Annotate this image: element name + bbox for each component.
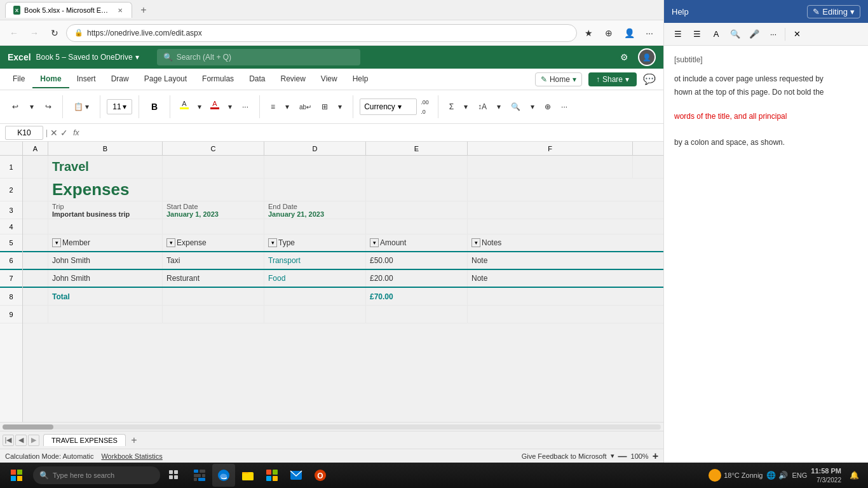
taskbar-widgets-button[interactable]: [188, 464, 211, 487]
excel-settings-button[interactable]: ⚙: [615, 48, 633, 66]
feedback-text[interactable]: Give Feedback to Microsoft: [522, 452, 607, 460]
cell-e9[interactable]: [366, 306, 468, 323]
cell-b9[interactable]: [48, 306, 163, 323]
align-chevron[interactable]: ▾: [281, 98, 294, 116]
formula-cancel-button[interactable]: ✕: [50, 128, 58, 138]
address-bar[interactable]: 🔒 https://onedrive.live.com/edit.aspx: [66, 24, 577, 42]
sum-button[interactable]: Σ: [445, 98, 458, 116]
add-sheet-button[interactable]: +: [127, 433, 141, 447]
fill-color-chevron[interactable]: ▾: [193, 98, 206, 116]
row-num-4[interactable]: 4: [0, 219, 22, 234]
tab-help[interactable]: Help: [345, 71, 376, 88]
cell-f5-notes[interactable]: ▾ Notes: [468, 234, 633, 251]
cell-e5-amount[interactable]: ▾ Amount: [366, 234, 468, 251]
sheet-first-button[interactable]: |◀: [3, 435, 14, 446]
tab-draw[interactable]: Draw: [104, 71, 137, 88]
cell-f8[interactable]: [468, 288, 633, 305]
language-indicator[interactable]: ENG: [792, 471, 807, 479]
share-button[interactable]: ↑ Share ▾: [588, 72, 637, 86]
col-header-f[interactable]: F: [468, 142, 633, 155]
tab-page-layout[interactable]: Page Layout: [137, 71, 194, 88]
col-header-d[interactable]: D: [264, 142, 366, 155]
notes-filter-icon[interactable]: ▾: [471, 238, 480, 247]
task-view-button[interactable]: [163, 464, 186, 487]
col-header-a[interactable]: A: [23, 142, 48, 155]
cell-f3[interactable]: [468, 201, 633, 219]
workbook-stats[interactable]: Workbook Statistics: [101, 452, 162, 460]
favorites-button[interactable]: ★: [580, 24, 597, 42]
tab-view[interactable]: View: [313, 71, 345, 88]
fill-color-button[interactable]: A: [177, 98, 192, 116]
zoom-plus-button[interactable]: +: [653, 451, 658, 462]
row-num-2[interactable]: 2: [0, 179, 22, 201]
cell-d2[interactable]: [264, 179, 366, 201]
taskbar-store-button[interactable]: [261, 464, 283, 487]
side-toolbar-search-button[interactable]: 🔍: [726, 26, 744, 43]
cell-f7[interactable]: Note: [468, 270, 633, 287]
horizontal-scrollbar[interactable]: [0, 422, 663, 431]
find-button[interactable]: 🔍: [506, 98, 525, 116]
more-button[interactable]: ···: [238, 98, 253, 116]
increase-decimal-button[interactable]: .00: [418, 98, 431, 107]
taskbar-edge-button[interactable]: [212, 464, 235, 487]
clipboard-button[interactable]: 📋 ▾: [69, 98, 93, 116]
sum-chevron[interactable]: ▾: [459, 98, 472, 116]
cell-e7[interactable]: £20.00: [366, 270, 468, 287]
col-header-b[interactable]: B: [48, 142, 163, 155]
zoom-minus-button[interactable]: —: [618, 451, 627, 461]
redo-button[interactable]: ↪: [41, 98, 56, 116]
comments-button[interactable]: 💬: [641, 71, 658, 88]
wrap-button[interactable]: ab↵: [295, 98, 316, 116]
start-button[interactable]: [3, 463, 31, 488]
volume-icon[interactable]: 🔊: [778, 471, 788, 480]
cell-a7[interactable]: [23, 270, 48, 287]
cell-b1[interactable]: Travel: [48, 156, 163, 178]
cell-d7[interactable]: Food: [264, 270, 366, 287]
cell-f2[interactable]: [468, 179, 633, 201]
merge-chevron[interactable]: ▾: [334, 98, 346, 116]
row-num-8[interactable]: 8: [0, 288, 22, 306]
forward-button[interactable]: →: [25, 24, 43, 42]
row-num-5[interactable]: 5: [0, 234, 22, 252]
tab-home[interactable]: Home: [32, 71, 69, 88]
excel-search-box[interactable]: 🔍: [157, 49, 360, 65]
tab-review[interactable]: Review: [273, 71, 313, 88]
cell-d5-type[interactable]: ▾ Type: [264, 234, 366, 251]
back-button[interactable]: ←: [5, 24, 23, 42]
formula-input[interactable]: [84, 128, 658, 137]
cell-b4[interactable]: [48, 219, 163, 234]
cell-c6[interactable]: Taxi: [163, 252, 264, 269]
cell-d4[interactable]: [264, 219, 366, 234]
cell-a9[interactable]: [23, 306, 48, 323]
browser-tab[interactable]: X Book 5.xlsx - Microsoft Excel Onl... ✕: [5, 2, 132, 18]
cell-a3[interactable]: [23, 201, 48, 219]
side-toolbar-speak-button[interactable]: 🎤: [745, 26, 763, 43]
find-chevron[interactable]: ▾: [526, 98, 539, 116]
collections-button[interactable]: ⊕: [600, 24, 618, 42]
font-color-button[interactable]: A: [207, 98, 222, 116]
sheet-tab-travel-expenses[interactable]: TRAVEL EXPENSES: [43, 434, 126, 446]
status-dropdown[interactable]: ▾: [611, 452, 614, 460]
taskbar-mail-button[interactable]: [285, 464, 308, 487]
undo-button[interactable]: ↩: [8, 98, 23, 116]
row-num-1[interactable]: 1: [0, 156, 22, 179]
decrease-decimal-button[interactable]: .0: [418, 107, 431, 116]
tab-data[interactable]: Data: [241, 71, 273, 88]
undo-chevron[interactable]: ▾: [25, 98, 38, 116]
taskbar-office-button[interactable]: O: [309, 464, 332, 487]
cell-d6[interactable]: Transport: [264, 252, 366, 269]
network-icon[interactable]: 🌐: [766, 471, 776, 480]
align-button[interactable]: ≡: [266, 98, 280, 116]
cell-b6[interactable]: John Smith: [48, 252, 163, 269]
cell-a2[interactable]: [23, 179, 48, 201]
insert-func-button[interactable]: ⊕: [540, 98, 555, 116]
cell-a8[interactable]: [23, 288, 48, 305]
cell-b2[interactable]: Expenses: [48, 179, 163, 201]
cell-d9[interactable]: [264, 306, 366, 323]
cell-reference-box[interactable]: K10: [5, 126, 43, 140]
cell-b3[interactable]: Trip Important business trip: [48, 201, 163, 219]
notification-button[interactable]: 🔔: [845, 466, 863, 484]
row-num-7[interactable]: 7: [0, 270, 22, 288]
currency-dropdown[interactable]: Currency ▾: [360, 98, 417, 115]
tab-formulas[interactable]: Formulas: [194, 71, 241, 88]
